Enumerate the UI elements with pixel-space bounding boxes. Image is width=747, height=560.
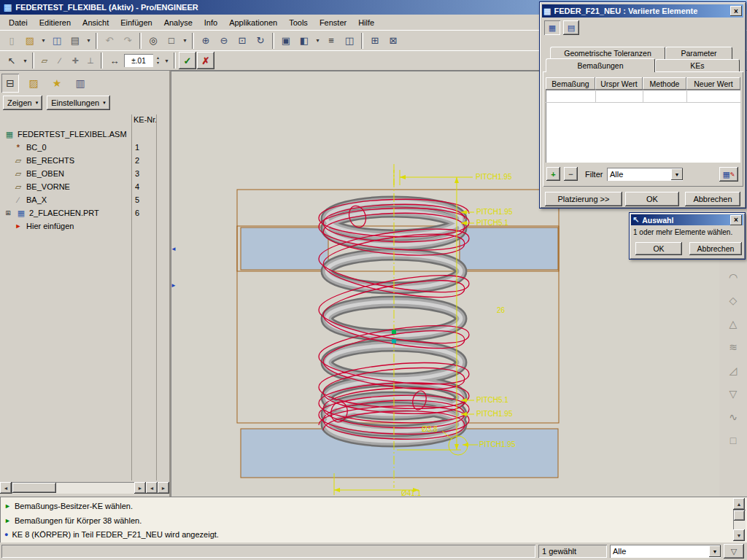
folder-browser-button[interactable]: ▨ <box>25 74 42 93</box>
tab-parameter[interactable]: Parameter <box>665 47 732 59</box>
auswahl-cancel-button[interactable]: Abbrechen <box>689 242 742 255</box>
close-window-button[interactable]: ⊠ <box>384 32 402 50</box>
auswahl-ok-button[interactable]: OK <box>635 242 682 255</box>
datum-point-display-button[interactable]: ✚ <box>68 52 82 69</box>
dim-pitch-lower2[interactable]: PITCH1.95 <box>476 410 513 418</box>
tab-kes[interactable]: KEs <box>655 59 740 71</box>
layers-button[interactable]: ≡ <box>322 32 340 50</box>
menu-info[interactable]: Info <box>198 17 223 28</box>
menu-datei[interactable]: Datei <box>3 17 34 28</box>
new-file-button[interactable]: ▯ <box>3 32 20 50</box>
print-button[interactable]: ▤ <box>66 32 84 50</box>
reorient-button[interactable]: ↻ <box>252 32 269 50</box>
tolerance-spinner[interactable]: ▴ ▾ <box>154 55 162 66</box>
print-dropdown[interactable]: ▾ <box>85 32 93 50</box>
accept-button[interactable]: ✓ <box>179 52 196 69</box>
datum-axis-display-button[interactable]: ∕ <box>53 52 67 69</box>
status-filter-combo[interactable]: Alle ▼ <box>610 545 721 558</box>
zoom-fit-button[interactable]: ⊡ <box>233 32 251 50</box>
scroll-down-button[interactable]: ▼ <box>733 529 745 541</box>
tree-item-be-rechts[interactable]: ▱ BE_RECHTS 2 <box>0 154 171 167</box>
tab-geometrische-toleranzen[interactable]: Geometrische Toleranzen <box>550 47 665 59</box>
splitter-arrow-icon[interactable]: ◄ <box>171 246 177 252</box>
add-row-button[interactable]: + <box>546 167 560 181</box>
repaint-button[interactable]: ▣ <box>277 32 295 50</box>
undo-button[interactable]: ↶ <box>101 32 118 50</box>
scroll-up-button[interactable]: ▲ <box>733 498 745 510</box>
feature-tool-4-button[interactable]: ≋ <box>724 338 743 357</box>
feature-tool-5-button[interactable]: ◿ <box>724 361 743 380</box>
edit-table-button[interactable]: ▦✎ <box>719 167 738 182</box>
feature-tool-1-button[interactable]: ◠ <box>724 268 743 287</box>
tree-item-2-flaechen[interactable]: ⊞ ▦ 2_FLAECHEN.PRT 6 <box>0 206 171 219</box>
zeigen-button[interactable]: Zeigen ▾ <box>3 96 42 110</box>
tree-item-ba-x[interactable]: ∕ BA_X 5 <box>0 193 171 206</box>
feature-tool-2-button[interactable]: ◇ <box>724 291 743 310</box>
filter-combo[interactable]: Alle ▼ <box>607 168 683 181</box>
einstellungen-button[interactable]: Einstellungen ▾ <box>47 96 110 110</box>
dialog-close-button[interactable]: × <box>730 6 742 16</box>
redo-button[interactable]: ↷ <box>119 32 136 50</box>
selected-point[interactable] <box>392 330 396 334</box>
menu-fenster[interactable]: Fenster <box>314 17 352 28</box>
tree-item-be-vorne[interactable]: ▱ BE_VORNE 4 <box>0 180 171 193</box>
splitter-arrow-icon[interactable]: ► <box>171 282 177 289</box>
select-box-button[interactable]: □ <box>163 32 180 50</box>
save-button[interactable]: ◫ <box>48 32 66 50</box>
table-view-a-button[interactable]: ▦ <box>544 20 560 35</box>
tree-root-item[interactable]: ▦ FEDERTEST_FLEXIBEL.ASM <box>0 128 171 141</box>
feature-tool-8-button[interactable]: □ <box>724 431 743 450</box>
scroll-right-button[interactable]: ► <box>134 482 146 494</box>
dialog-ok-button[interactable]: OK <box>625 192 679 206</box>
menu-applikationen[interactable]: Applikationen <box>223 17 283 28</box>
context-select-button[interactable]: ↖ <box>3 52 20 69</box>
pane-expand-button[interactable]: ► <box>158 482 169 494</box>
open-file-button[interactable]: ▨ <box>21 32 39 50</box>
dim-pitch-upper1[interactable]: PITCH1.95 <box>476 208 513 216</box>
scroll-thumb[interactable] <box>734 510 745 521</box>
selection-filter-button[interactable]: ▽ <box>724 544 744 559</box>
feature-tool-3-button[interactable]: △ <box>724 314 743 333</box>
tab-bemassungen[interactable]: Bemaßungen <box>546 58 655 72</box>
dim-length[interactable]: 26 <box>497 306 506 314</box>
feature-tool-7-button[interactable]: ∿ <box>724 408 743 427</box>
tree-item-bc0[interactable]: * BC_0 1 <box>0 141 171 154</box>
expand-icon[interactable]: ⊞ <box>3 209 13 217</box>
favorites-button[interactable]: ★ <box>48 74 66 93</box>
dim-pitch-bottom[interactable]: PITCH1.95 <box>479 440 516 448</box>
new-window-button[interactable]: ⊞ <box>366 32 384 50</box>
menu-tools[interactable]: Tools <box>283 17 314 28</box>
dialog-cancel-button[interactable]: Abbrechen <box>685 192 740 206</box>
find-button[interactable]: ◎ <box>144 32 162 50</box>
display-style-button[interactable]: ◧ <box>295 32 313 50</box>
measure-button[interactable]: ↔ <box>106 52 123 69</box>
dim-pitch-lower1[interactable]: PITCH5.1 <box>476 396 508 404</box>
dim-pitch-top[interactable]: PITCH1.95 <box>476 173 512 181</box>
auswahl-close-button[interactable]: × <box>730 215 742 225</box>
tolerance-dropdown[interactable]: ▾ <box>163 52 171 69</box>
tree-horizontal-scrollbar[interactable]: ◄ ► ◄ ► <box>0 482 169 494</box>
history-button[interactable]: ▥ <box>71 74 89 93</box>
pane-collapse-button[interactable]: ◄ <box>146 482 158 494</box>
col-bemassung[interactable]: Bemaßung <box>546 77 595 90</box>
menu-analyse[interactable]: Analyse <box>158 17 198 28</box>
menu-ansicht[interactable]: Ansicht <box>77 17 115 28</box>
col-urspr-wert[interactable]: Urspr Wert <box>595 77 643 90</box>
tolerance-field[interactable]: ±.01 <box>124 54 153 67</box>
select-dropdown[interactable]: ▾ <box>181 32 189 50</box>
scroll-track[interactable] <box>12 482 134 494</box>
zoom-in-button[interactable]: ⊕ <box>197 32 214 50</box>
model-tree-tab-button[interactable]: ⊟ <box>1 74 19 93</box>
combo-arrow-icon[interactable]: ▼ <box>709 545 721 557</box>
menu-hilfe[interactable]: Hilfe <box>352 17 380 28</box>
csys-display-button[interactable]: ⊥ <box>83 52 98 69</box>
col-methode[interactable]: Methode <box>643 77 686 90</box>
tree-item-insert-here[interactable]: ► Hier einfügen <box>0 219 171 233</box>
view-manager-button[interactable]: ◫ <box>341 32 358 50</box>
zoom-out-button[interactable]: ⊖ <box>215 32 233 50</box>
combo-arrow-icon[interactable]: ▼ <box>671 168 683 180</box>
platzierung-button[interactable]: Platzierung >> <box>545 192 622 206</box>
cancel-action-button[interactable]: ✗ <box>197 52 214 69</box>
scroll-thumb[interactable] <box>12 483 56 493</box>
feature-tool-6-button[interactable]: ▽ <box>724 384 743 403</box>
